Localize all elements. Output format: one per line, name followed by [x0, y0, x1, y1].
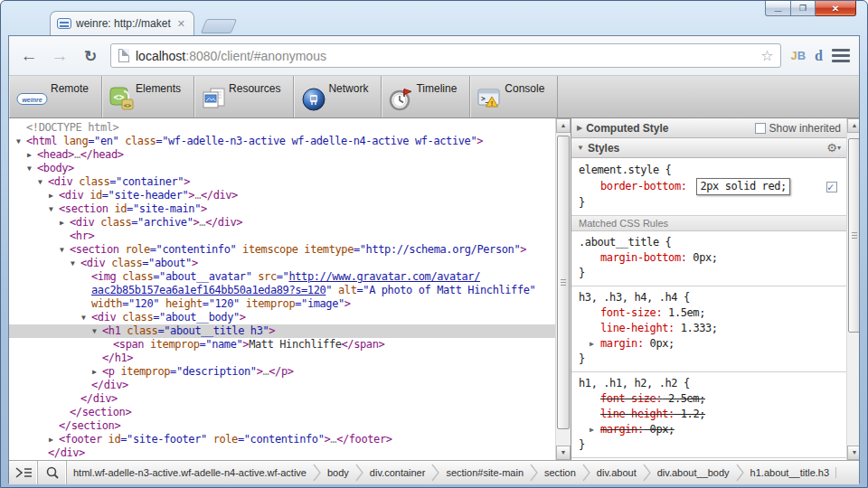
dom-tree-node[interactable]: <span itemprop="name">Matt Hinchliffe</s…: [9, 338, 555, 352]
bookmark-star-icon[interactable]: [760, 47, 773, 64]
scroll-up-icon[interactable]: ▲: [847, 118, 859, 133]
breadcrumb-item[interactable]: html.wf-adelle-n3-active.wf-adelle-n4-ac…: [67, 467, 313, 478]
expand-arrow-icon[interactable]: ▶: [92, 365, 102, 379]
sidebar-scrollbar[interactable]: ▲ ▼: [846, 118, 859, 460]
breadcrumb-item[interactable]: h1.about__title.h3: [744, 467, 836, 478]
dom-tree-node[interactable]: ▼<div class="container">: [9, 175, 555, 189]
computed-style-header[interactable]: ▶ Computed Style Show inherited: [571, 118, 846, 138]
tab-close-icon[interactable]: ✕: [175, 18, 187, 30]
dom-tree-node[interactable]: ▼<div class="about__body">: [9, 311, 555, 324]
close-button[interactable]: [816, 1, 856, 16]
dom-tree-node[interactable]: </section>: [9, 419, 555, 433]
collapse-arrow-icon[interactable]: ▼: [92, 324, 102, 338]
minimize-button[interactable]: [765, 1, 791, 16]
extension-d-icon[interactable]: d: [815, 48, 823, 64]
rule-property[interactable]: font-size: 1.5em;: [579, 305, 841, 321]
expand-arrow-icon[interactable]: ▶: [27, 148, 37, 162]
dom-tree-node[interactable]: <!DOCTYPE html>: [9, 121, 555, 135]
dom-tree-node[interactable]: ▼<section role="contentinfo" itemscope i…: [9, 243, 555, 257]
expand-arrow-icon[interactable]: ▶: [49, 189, 59, 202]
expand-arrow-icon[interactable]: ▶: [60, 216, 70, 230]
back-icon[interactable]: [18, 46, 40, 66]
dom-tree-node[interactable]: width="120" height="120" itemprop="image…: [9, 297, 555, 311]
rule-property[interactable]: line-height: 1.333;: [579, 321, 841, 336]
breadcrumb-item[interactable]: section#site-main: [439, 467, 530, 478]
dom-tree-node[interactable]: aac2b85b157ea6a1ef164bb50a1eda89?s=120" …: [9, 284, 555, 297]
property-enabled-checkbox[interactable]: [826, 182, 837, 192]
collapse-arrow-icon[interactable]: ▼: [71, 257, 80, 270]
menu-icon[interactable]: [832, 49, 850, 62]
panel-button-console[interactable]: >_!Console: [470, 76, 558, 117]
rule-selector[interactable]: .about__title {: [579, 235, 841, 250]
dom-tree-node[interactable]: </div>: [9, 379, 555, 392]
dom-tree-node[interactable]: ▶<head>…</head>: [9, 148, 555, 162]
breadcrumb-item[interactable]: section: [538, 467, 582, 478]
scroll-down-icon[interactable]: ▼: [847, 446, 859, 460]
breadcrumb-item[interactable]: div.container: [363, 467, 432, 478]
dom-tree-node[interactable]: ▶<p itemprop="description">…</p>: [9, 365, 555, 379]
styles-header[interactable]: ▼ Styles ⚙: [571, 138, 846, 158]
property-value-editor[interactable]: 2px solid red;: [696, 178, 790, 195]
rule-property[interactable]: ▶margin: 0px;: [579, 336, 841, 352]
collapsed-arrow-icon[interactable]: ▶: [577, 124, 582, 132]
gear-icon[interactable]: ⚙: [826, 141, 841, 155]
dom-tree-node[interactable]: </h1>: [9, 352, 555, 365]
panel-button-elements[interactable]: <><>Elements: [102, 76, 194, 117]
scroll-up-icon[interactable]: ▲: [556, 118, 571, 133]
element-style-property[interactable]: border-bottom: 2px solid red;: [579, 178, 841, 195]
collapse-arrow-icon[interactable]: ▼: [81, 311, 91, 324]
breadcrumb-item[interactable]: div.about: [590, 467, 643, 478]
inspect-search-button[interactable]: [38, 461, 67, 484]
rule-selector[interactable]: h3, .h3, h4, .h4 {: [579, 290, 841, 305]
panel-button-timeline[interactable]: Timeline: [382, 76, 470, 117]
titlebar[interactable]: weinre: http://maketea.co ✕: [8, 1, 860, 35]
dom-tree-node[interactable]: ▼<div class="about">: [9, 257, 555, 270]
maximize-button[interactable]: [791, 1, 816, 16]
scrollbar-thumb[interactable]: [848, 138, 859, 333]
breadcrumb-item[interactable]: body: [321, 467, 355, 478]
dom-tree-node[interactable]: ▼<html lang="en" class="wf-adelle-n3-act…: [9, 135, 555, 148]
expanded-arrow-icon[interactable]: ▼: [577, 144, 584, 152]
dom-tree-node[interactable]: ▶<div class="archive">…</div>: [9, 216, 555, 230]
toggle-console-button[interactable]: [9, 461, 38, 484]
collapse-arrow-icon[interactable]: ▼: [49, 202, 59, 216]
show-inherited-checkbox[interactable]: [755, 123, 766, 134]
dom-tree-node[interactable]: </div>: [9, 446, 555, 460]
scrollbar-thumb[interactable]: [557, 136, 570, 429]
property-name[interactable]: border-bottom:: [600, 180, 687, 192]
rule-property[interactable]: font-size: 2.5em;: [579, 391, 841, 407]
dom-tree-node[interactable]: ▼<section id="site-main">: [9, 202, 555, 216]
rule-selector[interactable]: h1, .h1, h2, .h2 {: [579, 376, 841, 391]
url-text[interactable]: localhost:8080/client/#anonymous: [136, 49, 754, 63]
rule-property[interactable]: margin-bottom: 0px;: [579, 250, 841, 266]
dom-tree-node-selected[interactable]: ▼<h1 class="about__title h3">: [9, 324, 555, 338]
breadcrumb-item[interactable]: div.about__body: [651, 467, 736, 478]
browser-tab[interactable]: weinre: http://maketea.co ✕: [50, 11, 194, 35]
panel-button-resources[interactable]: Resources: [194, 76, 294, 117]
new-tab-button[interactable]: [201, 19, 237, 33]
collapse-arrow-icon[interactable]: ▼: [60, 243, 70, 257]
dom-tree-node[interactable]: ▶<footer id="site-footer" role="contenti…: [9, 433, 555, 446]
expand-arrow-icon[interactable]: ▶: [49, 433, 59, 446]
rule-property[interactable]: line-height: 1.2;: [579, 407, 841, 422]
reload-icon[interactable]: [80, 46, 101, 66]
rule-property[interactable]: ▶margin: 0px;: [579, 422, 841, 437]
scroll-down-icon[interactable]: ▼: [556, 446, 571, 460]
collapse-arrow-icon[interactable]: ▼: [27, 162, 37, 175]
dom-tree-node[interactable]: ▼<body>: [9, 162, 555, 175]
dom-tree-node[interactable]: <hr>: [9, 230, 555, 243]
dom-tree-scrollbar[interactable]: ▲ ▼: [555, 118, 571, 460]
dom-tree-node[interactable]: </div>: [9, 392, 555, 406]
collapse-arrow-icon[interactable]: ▼: [16, 135, 26, 148]
expand-shorthand-icon[interactable]: ▶: [590, 336, 594, 352]
dom-tree-node[interactable]: <img class="about__avatar" src="http://w…: [9, 270, 555, 284]
forward-icon[interactable]: [49, 46, 71, 66]
dom-tree-node[interactable]: ▶<div id="site-header">…</div>: [9, 189, 555, 202]
dom-tree-node[interactable]: </section>: [9, 406, 555, 419]
collapse-arrow-icon[interactable]: ▼: [38, 175, 48, 189]
expand-shorthand-icon[interactable]: ▶: [590, 422, 594, 437]
extension-jb-icon[interactable]: JB: [790, 49, 806, 62]
panel-button-remote[interactable]: weinreRemote: [9, 76, 102, 117]
panel-button-network[interactable]: Network: [294, 76, 382, 117]
url-field[interactable]: localhost:8080/client/#anonymous: [110, 43, 781, 68]
